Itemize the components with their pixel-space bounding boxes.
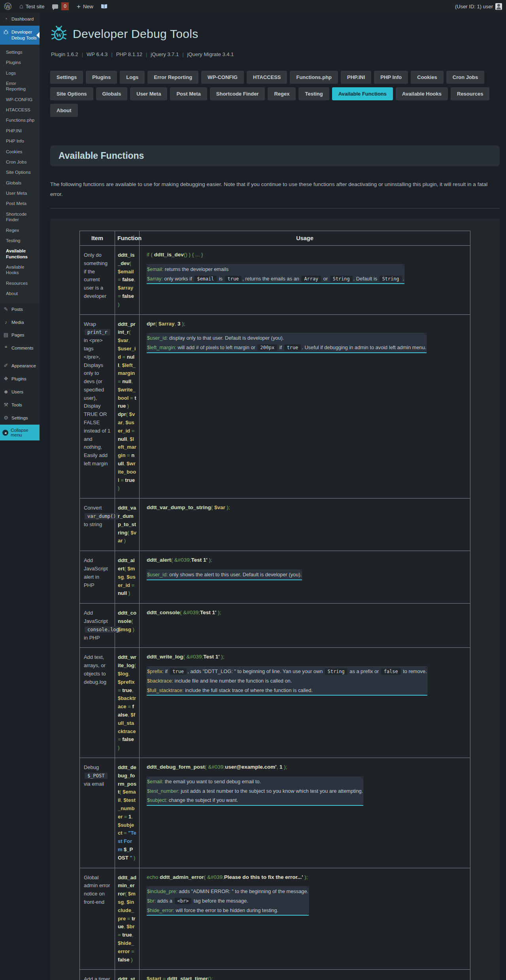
sidebar-item-label: Developer Debug Tools [11,29,37,41]
usage-code-line: ddtt_alert( &#039;Test 1' ); [147,556,463,564]
sidebar-subitem-about[interactable]: About [0,288,40,299]
sidebar-item-tools[interactable]: ⚒Tools [0,399,40,412]
tab-user-meta[interactable]: User Meta [130,87,167,100]
sidebar-subitem-php-info[interactable]: PHP Info [0,136,40,146]
text-segment: ( [155,321,159,327]
column-header-item: Item [79,231,115,245]
tab-resources[interactable]: Resources [451,87,489,100]
item-cell: Add JavaScript console.log in PHP [79,604,115,648]
text-segment: the email you want to send debug email t… [163,779,261,784]
sidebar-subitem-error-reporting[interactable]: Error Reporting [0,78,40,94]
text-segment: ddtt_is_dev [118,252,135,266]
sidebar-item-comments[interactable]: ❝Comments [0,342,40,355]
sidebar-item-users[interactable]: ☻Users [0,386,40,399]
ddt-bar-menu[interactable] [97,0,111,13]
function-cell: ddtt_is_dev( $email = false, $array = fa… [115,245,139,314]
sidebar-subitem-logs[interactable]: Logs [0,68,40,78]
site-name-menu[interactable]: ⌂ Test site [15,0,48,13]
tab-testing[interactable]: Testing [298,87,329,100]
text-segment: display only to that user. Default is de… [168,335,284,341]
text-segment: ( [134,662,136,668]
text-segment: , [131,814,133,820]
usage-note-box: $email: the email you want to send debug… [147,777,363,806]
tab-plugins[interactable]: Plugins [86,71,117,84]
sidebar-item-developer-debug-tools[interactable]: Developer Debug Tools [0,26,40,45]
sidebar-item-settings[interactable]: ⚙Settings [0,412,40,425]
tab-post-meta[interactable]: Post Meta [170,87,207,100]
tab-functions-php[interactable]: Functions.php [290,71,338,84]
text-segment: as a prefix or [348,668,380,674]
tab-logs[interactable]: Logs [120,71,145,84]
sidebar-item-label: Settings [11,415,28,421]
sidebar-subitem-settings[interactable]: Settings [0,47,40,57]
text-segment: nothing, [84,444,102,450]
tab-wp-config[interactable]: WP-CONFIG [201,71,244,84]
sidebar-subitem-post-meta[interactable]: Post Meta [0,198,40,209]
page: Ⓦ ⌂ Test site 0 + New (User ID: 1) user [0,0,506,980]
text-segment: just adds a test number to the subject s… [179,788,363,794]
usage-cell: $start = ddtt_start_timer();// run your … [139,970,470,980]
note-line: $email: returns the developer emails [147,265,404,274]
sidebar-subitem-available-hooks[interactable]: Available Hooks [0,262,40,278]
comments-menu[interactable]: 0 [48,0,73,13]
text-segment: $prefix: [147,668,164,674]
tab-regex[interactable]: Regex [268,87,296,100]
sidebar-item-appearance[interactable]: ✐Appearance [0,359,40,372]
ddt-submenu: SettingsPluginsLogsError ReportingWP-CON… [0,45,40,303]
sidebar-subitem-plugins[interactable]: Plugins [0,57,40,68]
sidebar-subitem-functions-php[interactable]: Functions.php [0,115,40,125]
tab-about[interactable]: About [50,104,78,117]
tab-php-ini[interactable]: PHP.INI [341,71,371,84]
tab-htaccess[interactable]: HTACCESS [247,71,287,84]
tab-globals[interactable]: Globals [96,87,128,100]
text-segment: . [403,276,404,282]
table-header-row: ItemFunctionUsage [79,231,470,245]
sidebar-subitem-resources[interactable]: Resources [0,278,40,288]
sidebar-subitem-cookies[interactable]: Cookies [0,147,40,157]
tab-site-options[interactable]: Site Options [50,87,93,100]
wp-logo-menu[interactable]: Ⓦ [0,0,15,13]
sidebar-subitem-regex[interactable]: Regex [0,225,40,235]
tab-settings[interactable]: Settings [50,71,83,84]
new-content-menu[interactable]: + New [73,0,97,13]
tab-available-hooks[interactable]: Available Hooks [396,87,448,100]
sidebar-item-media[interactable]: ♪Media [0,316,40,329]
text-segment: = [128,395,134,401]
version-part: jQuery 3.7.1 [151,51,179,57]
function-cell: ddtt_console( $msg ) [115,604,139,648]
tab-cron-jobs[interactable]: Cron Jobs [446,71,484,84]
sidebar-subitem-htaccess[interactable]: HTACCESS [0,105,40,115]
tab-available-functions[interactable]: Available Functions [332,87,393,100]
sidebar-subitem-available-functions[interactable]: Available Functions [0,246,40,262]
text-segment: $var [214,504,225,510]
text-segment: to remove. [402,668,427,674]
text-segment: $prefix [118,679,135,685]
text-segment: ) [118,301,119,307]
text-segment: $full_stacktrace: [147,687,183,693]
sidebar-subitem-globals[interactable]: Globals [0,178,40,188]
sidebar-subitem-site-options[interactable]: Site Options [0,167,40,177]
sidebar-subitem-shortcode-finder[interactable]: Shortcode Finder [0,209,40,225]
table-row: Wrap print_r in <pre> tags </pre>, Displ… [79,314,470,498]
my-account-menu[interactable]: (User ID: 1) user [451,0,506,13]
tab-shortcode-finder[interactable]: Shortcode Finder [210,87,265,100]
sidebar-item-pages[interactable]: ▤Pages [0,329,40,342]
sidebar-item-plugins[interactable]: ❖Plugins [0,372,40,386]
sidebar-subitem-cron-jobs[interactable]: Cron Jobs [0,157,40,167]
usage-cell: ddtt_debug_form_post( &#039;user@example… [139,758,470,868]
sidebar-subitem-user-meta[interactable]: User Meta [0,188,40,198]
sidebar-item-posts[interactable]: ✎Posts [0,303,40,316]
tab-php-info[interactable]: PHP Info [374,71,408,84]
collapse-menu-button[interactable]: ◂ Collapse menu [0,425,40,440]
note-line: $full_stacktrace: include the full stack… [147,686,427,695]
text-segment: $var [118,337,128,343]
usage-cell: ddtt_alert( &#039;Test 1' );$user_id: on… [139,551,470,604]
tab-error-reporting[interactable]: Error Reporting [147,71,198,84]
sidebar-item-dashboard[interactable]: ◔ Dashboard [0,13,40,26]
table-row: Debug $_POST via emailddtt_debug_form_po… [79,758,470,868]
sidebar-subitem-testing[interactable]: Testing [0,235,40,246]
version-part: jQuery Migrate 3.4.1 [187,51,234,57]
sidebar-subitem-php-ini[interactable]: PHP.INI [0,126,40,136]
tab-cookies[interactable]: Cookies [411,71,444,84]
sidebar-subitem-wp-config[interactable]: WP-CONFIG [0,94,40,105]
